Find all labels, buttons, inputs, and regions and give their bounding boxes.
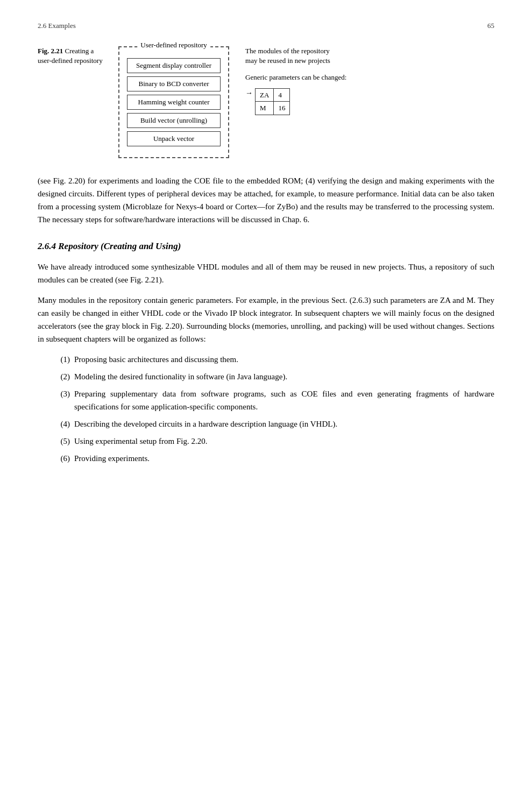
- list-item-4: (4) Describing the developed circuits in…: [55, 417, 494, 430]
- link-fig220-1[interactable]: 2.20: [68, 176, 82, 185]
- body-para2: We have already introduced some synthesi…: [38, 260, 494, 286]
- section-heading: 2.6.4 Repository (Creating and Using): [38, 241, 494, 252]
- list-text-1: Proposing basic architectures and discus…: [74, 353, 238, 366]
- param-m-value: 16: [274, 102, 290, 115]
- list-num-4: (4): [55, 417, 70, 430]
- body-para3: Many modules in the repository contain g…: [38, 294, 494, 345]
- link-fig220-3[interactable]: 2.20: [191, 437, 205, 445]
- reuse-note: The modules of the repository may be reu…: [245, 46, 331, 66]
- arrow-icon: →: [245, 87, 253, 98]
- list-num-3: (3): [55, 387, 70, 413]
- list-num-6: (6): [55, 452, 70, 465]
- module-block-4: Build vector (unrolling): [127, 113, 221, 128]
- module-block-3: Hamming weight counter: [127, 95, 221, 110]
- list-num-1: (1): [55, 353, 70, 366]
- link-sect263[interactable]: 2.6.3: [352, 296, 368, 305]
- list-num-2: (2): [55, 370, 70, 383]
- list-num-5: (5): [55, 435, 70, 448]
- list-item-3: (3) Preparing supplementary data from so…: [55, 387, 494, 413]
- body-para1: (see Fig. 2.20) for experiments and load…: [38, 174, 494, 226]
- list-text-4: Describing the developed circuits in a h…: [74, 417, 337, 430]
- module-block-5: Unpack vector: [127, 131, 221, 146]
- link-chap6[interactable]: 6: [303, 215, 308, 224]
- param-m-name: M: [256, 102, 274, 115]
- repo-box: User-defined repository Segment display …: [118, 46, 229, 158]
- list-item-6: (6) Providing experiments.: [55, 452, 494, 465]
- header-right: 65: [487, 22, 494, 30]
- generic-section: Generic parameters can be changed: → ZA …: [245, 72, 346, 115]
- list-item-2: (2) Modeling the desired functionality i…: [55, 370, 494, 383]
- page-header: 2.6 Examples 65: [38, 22, 494, 30]
- diagram-annotations: The modules of the repository may be reu…: [245, 46, 346, 115]
- module-block-2: Binary to BCD converter: [127, 76, 221, 91]
- repo-title: User-defined repository: [137, 41, 210, 49]
- list-text-5: Using experimental setup from Fig. 2.20.: [74, 435, 207, 448]
- body-list: (1) Proposing basic architectures and di…: [38, 353, 494, 465]
- list-text-6: Providing experiments.: [74, 452, 150, 465]
- link-fig220-2[interactable]: 2.20: [165, 322, 179, 330]
- param-table: ZA 4 M 16: [255, 88, 290, 115]
- param-za-value: 4: [274, 88, 290, 102]
- list-item-1: (1) Proposing basic architectures and di…: [55, 353, 494, 366]
- fig-label: Fig. 2.21: [38, 47, 63, 55]
- list-item-5: (5) Using experimental setup from Fig. 2…: [55, 435, 494, 448]
- header-left: 2.6 Examples: [38, 22, 76, 30]
- param-za-name: ZA: [256, 88, 274, 102]
- list-text-2: Modeling the desired functionality in so…: [74, 370, 287, 383]
- generic-label: Generic parameters can be changed:: [245, 72, 346, 83]
- module-block-1: Segment display controller: [127, 58, 221, 73]
- diagram-area: User-defined repository Segment display …: [118, 46, 494, 158]
- fig-caption: Fig. 2.21 Creating a user-defined reposi…: [38, 46, 108, 158]
- param-block: → ZA 4 M 16: [245, 86, 346, 115]
- list-text-3: Preparing supplementary data from softwa…: [74, 387, 494, 413]
- figure-section: Fig. 2.21 Creating a user-defined reposi…: [38, 46, 494, 158]
- link-fig221[interactable]: 2.21: [145, 275, 159, 284]
